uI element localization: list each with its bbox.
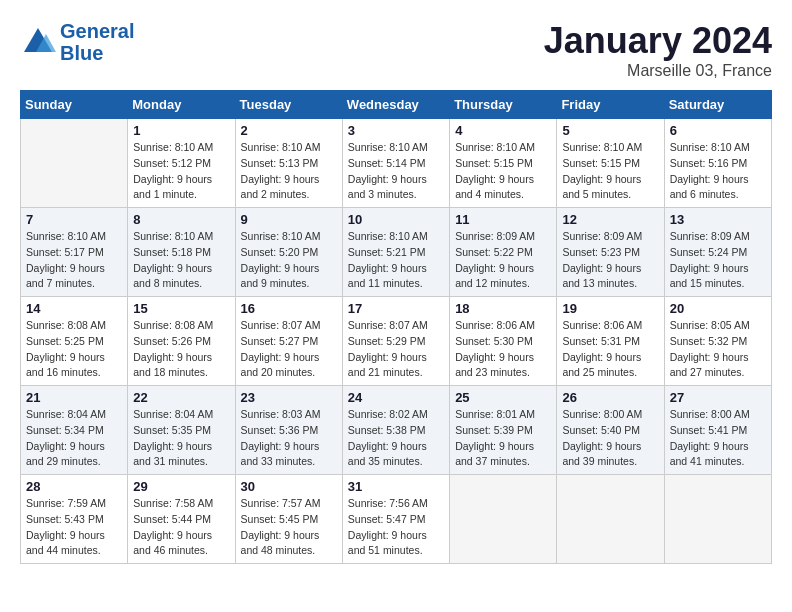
calendar-cell: 6Sunrise: 8:10 AMSunset: 5:16 PMDaylight… [664, 119, 771, 208]
day-info: Sunrise: 8:00 AMSunset: 5:40 PMDaylight:… [562, 407, 658, 470]
calendar-cell: 9Sunrise: 8:10 AMSunset: 5:20 PMDaylight… [235, 208, 342, 297]
title-block: January 2024 Marseille 03, France [544, 20, 772, 80]
day-info: Sunrise: 8:10 AMSunset: 5:12 PMDaylight:… [133, 140, 229, 203]
calendar-cell: 22Sunrise: 8:04 AMSunset: 5:35 PMDayligh… [128, 386, 235, 475]
weekday-header-row: SundayMondayTuesdayWednesdayThursdayFrid… [21, 91, 772, 119]
calendar-cell: 31Sunrise: 7:56 AMSunset: 5:47 PMDayligh… [342, 475, 449, 564]
calendar-cell: 16Sunrise: 8:07 AMSunset: 5:27 PMDayligh… [235, 297, 342, 386]
calendar-cell [450, 475, 557, 564]
day-info: Sunrise: 8:05 AMSunset: 5:32 PMDaylight:… [670, 318, 766, 381]
calendar-cell: 1Sunrise: 8:10 AMSunset: 5:12 PMDaylight… [128, 119, 235, 208]
day-info: Sunrise: 8:10 AMSunset: 5:15 PMDaylight:… [455, 140, 551, 203]
day-number: 17 [348, 301, 444, 316]
calendar-table: SundayMondayTuesdayWednesdayThursdayFrid… [20, 90, 772, 564]
day-info: Sunrise: 7:57 AMSunset: 5:45 PMDaylight:… [241, 496, 337, 559]
day-info: Sunrise: 7:59 AMSunset: 5:43 PMDaylight:… [26, 496, 122, 559]
day-number: 23 [241, 390, 337, 405]
weekday-header-tuesday: Tuesday [235, 91, 342, 119]
day-info: Sunrise: 8:10 AMSunset: 5:18 PMDaylight:… [133, 229, 229, 292]
day-info: Sunrise: 8:10 AMSunset: 5:14 PMDaylight:… [348, 140, 444, 203]
day-number: 16 [241, 301, 337, 316]
calendar-cell [21, 119, 128, 208]
day-number: 31 [348, 479, 444, 494]
day-info: Sunrise: 8:10 AMSunset: 5:16 PMDaylight:… [670, 140, 766, 203]
day-number: 4 [455, 123, 551, 138]
day-info: Sunrise: 8:07 AMSunset: 5:29 PMDaylight:… [348, 318, 444, 381]
calendar-cell: 19Sunrise: 8:06 AMSunset: 5:31 PMDayligh… [557, 297, 664, 386]
calendar-cell: 26Sunrise: 8:00 AMSunset: 5:40 PMDayligh… [557, 386, 664, 475]
calendar-cell: 3Sunrise: 8:10 AMSunset: 5:14 PMDaylight… [342, 119, 449, 208]
calendar-cell: 14Sunrise: 8:08 AMSunset: 5:25 PMDayligh… [21, 297, 128, 386]
weekday-header-monday: Monday [128, 91, 235, 119]
calendar-cell: 27Sunrise: 8:00 AMSunset: 5:41 PMDayligh… [664, 386, 771, 475]
day-info: Sunrise: 8:10 AMSunset: 5:15 PMDaylight:… [562, 140, 658, 203]
day-info: Sunrise: 8:09 AMSunset: 5:23 PMDaylight:… [562, 229, 658, 292]
day-info: Sunrise: 8:07 AMSunset: 5:27 PMDaylight:… [241, 318, 337, 381]
weekday-header-thursday: Thursday [450, 91, 557, 119]
calendar-week-row: 7Sunrise: 8:10 AMSunset: 5:17 PMDaylight… [21, 208, 772, 297]
day-number: 21 [26, 390, 122, 405]
weekday-header-sunday: Sunday [21, 91, 128, 119]
day-info: Sunrise: 7:58 AMSunset: 5:44 PMDaylight:… [133, 496, 229, 559]
logo-line1: General [60, 20, 134, 42]
day-number: 30 [241, 479, 337, 494]
day-number: 3 [348, 123, 444, 138]
day-number: 24 [348, 390, 444, 405]
calendar-cell [557, 475, 664, 564]
day-info: Sunrise: 8:09 AMSunset: 5:22 PMDaylight:… [455, 229, 551, 292]
logo-icon [20, 24, 56, 60]
day-number: 7 [26, 212, 122, 227]
calendar-week-row: 28Sunrise: 7:59 AMSunset: 5:43 PMDayligh… [21, 475, 772, 564]
day-info: Sunrise: 8:10 AMSunset: 5:13 PMDaylight:… [241, 140, 337, 203]
day-info: Sunrise: 8:03 AMSunset: 5:36 PMDaylight:… [241, 407, 337, 470]
day-info: Sunrise: 8:10 AMSunset: 5:21 PMDaylight:… [348, 229, 444, 292]
calendar-cell: 8Sunrise: 8:10 AMSunset: 5:18 PMDaylight… [128, 208, 235, 297]
day-number: 11 [455, 212, 551, 227]
day-number: 13 [670, 212, 766, 227]
day-info: Sunrise: 8:10 AMSunset: 5:20 PMDaylight:… [241, 229, 337, 292]
logo: General Blue [20, 20, 134, 64]
day-info: Sunrise: 7:56 AMSunset: 5:47 PMDaylight:… [348, 496, 444, 559]
day-number: 2 [241, 123, 337, 138]
calendar-cell [664, 475, 771, 564]
calendar-cell: 23Sunrise: 8:03 AMSunset: 5:36 PMDayligh… [235, 386, 342, 475]
day-number: 19 [562, 301, 658, 316]
day-info: Sunrise: 8:01 AMSunset: 5:39 PMDaylight:… [455, 407, 551, 470]
day-info: Sunrise: 8:00 AMSunset: 5:41 PMDaylight:… [670, 407, 766, 470]
day-number: 8 [133, 212, 229, 227]
day-number: 22 [133, 390, 229, 405]
page-header: General Blue January 2024 Marseille 03, … [20, 20, 772, 80]
day-info: Sunrise: 8:10 AMSunset: 5:17 PMDaylight:… [26, 229, 122, 292]
calendar-cell: 15Sunrise: 8:08 AMSunset: 5:26 PMDayligh… [128, 297, 235, 386]
calendar-cell: 20Sunrise: 8:05 AMSunset: 5:32 PMDayligh… [664, 297, 771, 386]
day-info: Sunrise: 8:04 AMSunset: 5:34 PMDaylight:… [26, 407, 122, 470]
calendar-cell: 11Sunrise: 8:09 AMSunset: 5:22 PMDayligh… [450, 208, 557, 297]
weekday-header-friday: Friday [557, 91, 664, 119]
calendar-cell: 12Sunrise: 8:09 AMSunset: 5:23 PMDayligh… [557, 208, 664, 297]
calendar-cell: 30Sunrise: 7:57 AMSunset: 5:45 PMDayligh… [235, 475, 342, 564]
day-number: 1 [133, 123, 229, 138]
calendar-cell: 21Sunrise: 8:04 AMSunset: 5:34 PMDayligh… [21, 386, 128, 475]
day-info: Sunrise: 8:02 AMSunset: 5:38 PMDaylight:… [348, 407, 444, 470]
day-number: 25 [455, 390, 551, 405]
day-number: 20 [670, 301, 766, 316]
month-title: January 2024 [544, 20, 772, 62]
weekday-header-saturday: Saturday [664, 91, 771, 119]
calendar-week-row: 21Sunrise: 8:04 AMSunset: 5:34 PMDayligh… [21, 386, 772, 475]
day-number: 18 [455, 301, 551, 316]
day-number: 15 [133, 301, 229, 316]
calendar-cell: 29Sunrise: 7:58 AMSunset: 5:44 PMDayligh… [128, 475, 235, 564]
day-number: 5 [562, 123, 658, 138]
calendar-cell: 13Sunrise: 8:09 AMSunset: 5:24 PMDayligh… [664, 208, 771, 297]
day-number: 29 [133, 479, 229, 494]
day-info: Sunrise: 8:06 AMSunset: 5:31 PMDaylight:… [562, 318, 658, 381]
calendar-cell: 5Sunrise: 8:10 AMSunset: 5:15 PMDaylight… [557, 119, 664, 208]
calendar-cell: 7Sunrise: 8:10 AMSunset: 5:17 PMDaylight… [21, 208, 128, 297]
logo-text: General Blue [60, 20, 134, 64]
day-info: Sunrise: 8:04 AMSunset: 5:35 PMDaylight:… [133, 407, 229, 470]
calendar-cell: 25Sunrise: 8:01 AMSunset: 5:39 PMDayligh… [450, 386, 557, 475]
day-number: 27 [670, 390, 766, 405]
day-number: 14 [26, 301, 122, 316]
calendar-cell: 10Sunrise: 8:10 AMSunset: 5:21 PMDayligh… [342, 208, 449, 297]
day-number: 10 [348, 212, 444, 227]
